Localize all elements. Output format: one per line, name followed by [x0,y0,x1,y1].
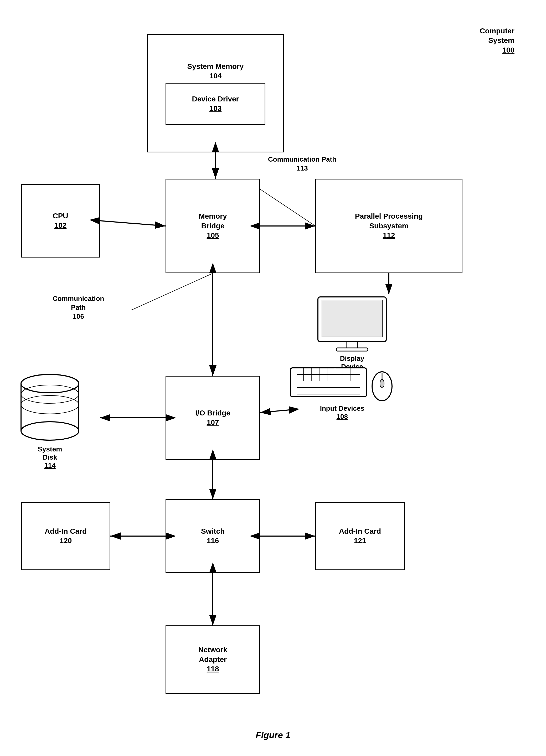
figure-caption: Figure 1 [256,730,290,740]
network-adapter-box: NetworkAdapter 118 [166,625,260,694]
memory-bridge-label: MemoryBridge [199,212,227,231]
add-in-card-121-number: 121 [354,536,366,546]
svg-line-42 [260,410,289,413]
memory-bridge-box: MemoryBridge 105 [166,179,260,273]
switch-number: 116 [207,536,219,546]
mouse-icon [369,368,395,402]
device-driver-label: Device Driver [192,94,239,104]
io-bridge-number: 107 [207,418,219,427]
keyboard-icon [289,365,368,402]
add-in-card-121-box: Add-In Card 121 [315,502,405,570]
system-memory-label: System Memory [187,62,244,71]
svg-point-8 [21,422,79,440]
svg-line-37 [100,221,166,226]
network-adapter-label: NetworkAdapter [198,645,227,664]
add-in-card-120-box: Add-In Card 120 [21,502,110,570]
parallel-processing-number: 112 [383,231,395,240]
comm-path-106-label: CommunicationPath106 [53,294,104,321]
device-driver-box: Device Driver 103 [166,83,265,125]
svg-rect-2 [347,342,357,348]
svg-point-33 [380,379,384,388]
add-in-card-120-number: 120 [60,536,72,546]
svg-line-48 [131,273,213,310]
add-in-card-121-label: Add-In Card [339,527,381,536]
switch-box: Switch 116 [166,499,260,573]
network-adapter-number: 118 [207,664,219,674]
svg-rect-1 [322,300,382,337]
system-disk-icon [16,368,84,447]
input-devices-group: Input Devices 108 [289,365,395,421]
device-driver-number: 103 [209,104,222,113]
memory-bridge-number: 105 [207,231,219,240]
system-memory-box: System Memory 104 Device Driver 103 [147,34,284,152]
diagram: ComputerSystem 100 System Memory 104 Dev… [0,0,546,756]
system-disk-group: SystemDisk 114 [16,368,84,470]
io-bridge-box: I/O Bridge 107 [166,376,260,460]
svg-line-47 [260,189,315,226]
computer-system-label: ComputerSystem 100 [480,26,514,55]
system-memory-number: 104 [209,71,222,81]
svg-rect-12 [290,368,367,397]
switch-label: Switch [201,527,225,536]
cpu-number: 102 [54,221,67,230]
comm-path-113-label: Communication Path113 [268,155,336,173]
cpu-label: CPU [53,211,68,221]
parallel-processing-box: Parallel ProcessingSubsystem 112 [315,179,462,273]
cpu-box: CPU 102 [21,184,100,258]
parallel-processing-label: Parallel ProcessingSubsystem [355,212,423,231]
svg-rect-3 [336,348,368,351]
monitor-icon [315,294,389,352]
svg-point-9 [21,374,79,393]
io-bridge-label: I/O Bridge [195,408,230,418]
add-in-card-120-label: Add-In Card [45,527,87,536]
